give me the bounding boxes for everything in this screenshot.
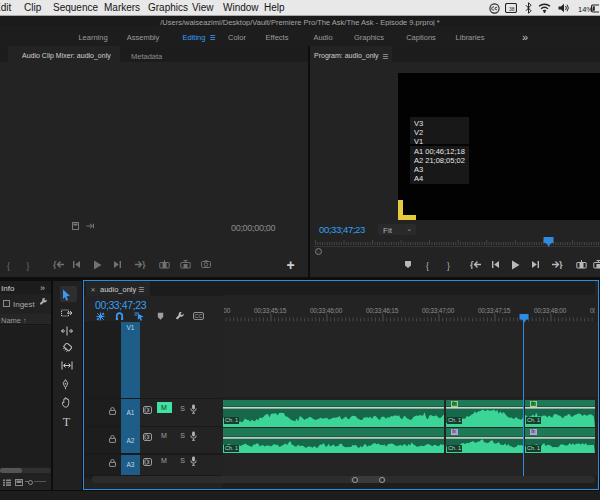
svg-text:{: { [53, 260, 57, 269]
svg-text:}: } [142, 260, 146, 269]
svg-text:{: { [470, 260, 474, 269]
svg-text:CC: CC [194, 313, 202, 319]
svg-text:}: } [559, 260, 563, 269]
svg-text:38: 38 [509, 6, 515, 12]
svg-text:T: T [63, 416, 71, 427]
